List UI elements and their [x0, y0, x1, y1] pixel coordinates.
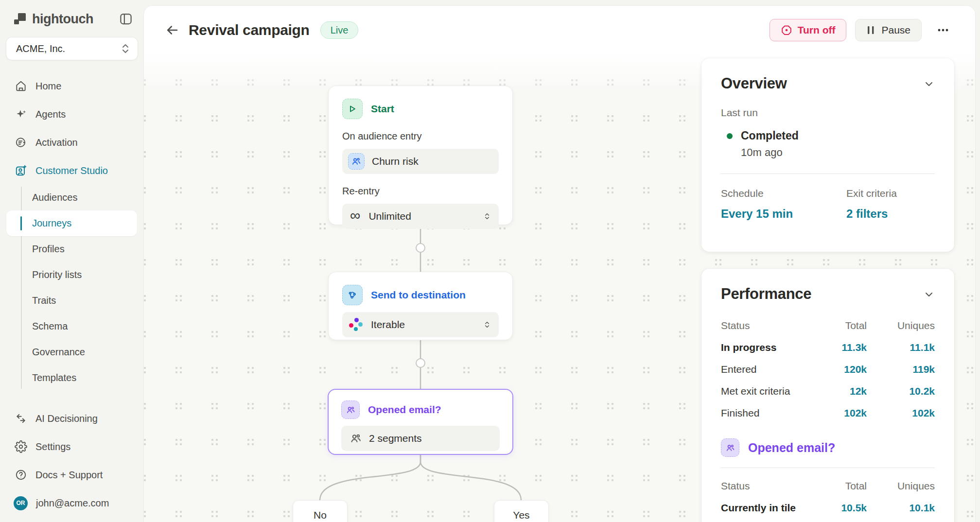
branch-yes-label: Yes: [513, 509, 529, 521]
overview-panel: Overview Last run Completed 10m ago Sche…: [701, 58, 954, 252]
chevron-down-icon[interactable]: [923, 288, 935, 300]
sidebar-item-label: Activation: [35, 137, 78, 148]
column-uniques: Uniques: [867, 480, 935, 492]
chevron-up-down-icon: [484, 210, 493, 222]
turn-off-button[interactable]: Turn off: [770, 19, 847, 41]
destination-select[interactable]: Iterable: [342, 312, 499, 337]
start-node-title: Start: [371, 103, 394, 115]
customer-studio-sub-nav: Audiences Journeys Profiles Priority lis…: [0, 185, 144, 391]
branch-node-opened-email[interactable]: Opened email? 2 segments: [328, 389, 513, 455]
home-icon: [15, 80, 27, 92]
brand-name: hightouch: [32, 12, 93, 27]
row-uniques: 119k: [867, 364, 935, 375]
iterable-logo-icon: [348, 317, 364, 332]
schedule-value-link[interactable]: Every 15 min: [721, 207, 846, 221]
reentry-label: Re-entry: [342, 186, 499, 197]
sidebar-item-label: Customer Studio: [35, 165, 108, 176]
turn-off-label: Turn off: [798, 24, 836, 36]
branch-no-card[interactable]: No: [293, 500, 348, 522]
performance-panel: Performance Status Total Uniques In prog…: [701, 269, 954, 522]
sidebar-item-docs-support[interactable]: Docs + Support: [0, 461, 144, 489]
reentry-value: Unlimited: [368, 210, 411, 222]
back-button[interactable]: [162, 20, 182, 40]
sidebar-item-label: Audiences: [32, 192, 77, 203]
chevron-down-icon[interactable]: [923, 78, 935, 89]
row-status: In progress: [721, 342, 813, 353]
sidebar-item-label: Agents: [35, 109, 66, 120]
sidebar-item-priority-lists[interactable]: Priority lists: [6, 262, 137, 288]
divider: [721, 174, 935, 174]
row-status: Currently in tile: [721, 502, 813, 514]
audience-name: Churn risk: [372, 156, 419, 167]
play-icon: [342, 99, 363, 119]
sidebar-item-label: Templates: [32, 372, 76, 383]
table-row: Currently in tile 10.5k 10.1k: [721, 497, 935, 519]
column-total: Total: [813, 320, 867, 331]
branch-yes-card[interactable]: Yes: [494, 500, 549, 522]
row-uniques: 10.1k: [867, 502, 935, 514]
branch-no-label: No: [314, 509, 327, 521]
logo-row: hightouch: [13, 11, 133, 27]
last-run-status: Completed: [741, 129, 799, 142]
infinity-icon: ∞: [350, 208, 360, 223]
row-total: 102k: [813, 407, 867, 419]
pause-button[interactable]: Pause: [855, 19, 922, 41]
sidebar: hightouch ACME, Inc. Home Agents Activat: [0, 0, 144, 522]
column-total: Total: [813, 480, 867, 492]
hightouch-logo-icon: [13, 12, 27, 26]
row-status: Finished: [721, 407, 813, 419]
exit-criteria-label: Exit criteria: [846, 188, 935, 199]
row-total: 11.3k: [813, 342, 867, 353]
main-content: Revival campaign Live Turn off Pause Sta…: [144, 6, 975, 522]
sidebar-nav: Home Agents Activation Customer Studio A…: [0, 72, 144, 391]
row-uniques: 10.2k: [867, 385, 935, 397]
help-icon: [15, 469, 27, 481]
loop-icon: [15, 412, 27, 425]
sidebar-item-home[interactable]: Home: [0, 72, 144, 100]
overview-title: Overview: [721, 75, 787, 92]
last-run-time: 10m ago: [721, 146, 935, 159]
reentry-select[interactable]: ∞ Unlimited: [342, 204, 499, 229]
start-node[interactable]: Start On audience entry Churn risk Re-en…: [328, 86, 513, 225]
send-destination-node[interactable]: Send to destination Iterable: [328, 272, 513, 340]
activation-icon: [15, 136, 27, 149]
sidebar-item-traits[interactable]: Traits: [6, 288, 137, 313]
sidebar-item-settings[interactable]: Settings: [0, 433, 144, 461]
sidebar-item-user-account[interactable]: OR john@acme.com: [0, 489, 144, 517]
performance-title: Performance: [721, 285, 811, 303]
tile-link-opened-email[interactable]: Opened email?: [748, 441, 835, 455]
sidebar-item-governance[interactable]: Governance: [6, 339, 137, 365]
sidebar-item-audiences[interactable]: Audiences: [6, 185, 137, 210]
column-status: Status: [721, 320, 813, 331]
sidebar-item-agents[interactable]: Agents: [0, 100, 144, 128]
segments-field[interactable]: 2 segments: [341, 426, 500, 451]
audience-users-icon: [348, 153, 365, 170]
sidebar-item-label: AI Decisioning: [35, 413, 98, 424]
sidebar-item-label: Journeys: [32, 218, 71, 229]
sidebar-item-ai-decisioning[interactable]: AI Decisioning: [0, 404, 144, 433]
sidebar-collapse-icon[interactable]: [119, 12, 133, 26]
audience-field[interactable]: Churn risk: [342, 149, 499, 174]
customer-studio-icon: [15, 164, 27, 177]
schedule-label: Schedule: [721, 188, 846, 199]
column-status: Status: [721, 480, 813, 492]
divider: [721, 468, 935, 468]
chevron-up-down-icon: [121, 43, 130, 54]
table-row: Finished 102k 102k: [721, 402, 935, 424]
sidebar-item-journeys[interactable]: Journeys: [6, 210, 137, 236]
sync-cycle-icon: [342, 285, 363, 305]
tile-table: Status Total Uniques Currently in tile 1…: [721, 475, 935, 519]
exit-criteria-value-link[interactable]: 2 filters: [846, 207, 935, 221]
table-header-row: Status Total Uniques: [721, 314, 935, 336]
last-run-label: Last run: [721, 107, 935, 119]
sidebar-item-customer-studio[interactable]: Customer Studio: [0, 157, 144, 185]
sidebar-item-activation[interactable]: Activation: [0, 128, 144, 157]
branch-node-title: Opened email?: [368, 404, 441, 416]
more-menu-button[interactable]: [932, 19, 954, 41]
page-header: Revival campaign Live Turn off Pause: [144, 6, 975, 54]
sidebar-item-profiles[interactable]: Profiles: [6, 236, 137, 262]
sidebar-item-templates[interactable]: Templates: [6, 365, 137, 391]
sidebar-item-schema[interactable]: Schema: [6, 313, 137, 339]
workspace-selector[interactable]: ACME, Inc.: [6, 37, 138, 60]
table-row: Met exit criteria 12k 10.2k: [721, 380, 935, 402]
